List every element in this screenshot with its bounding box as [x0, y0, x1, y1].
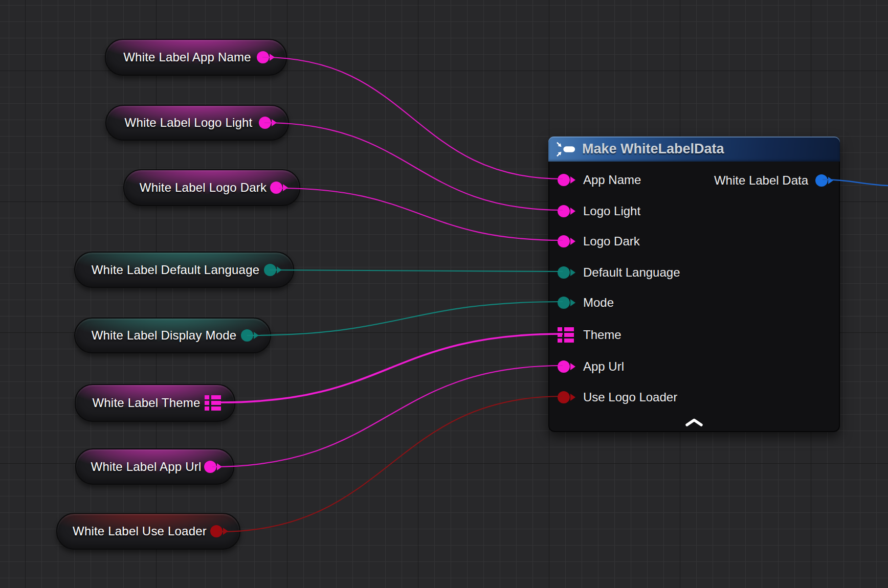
getter-node-logo-dark[interactable]: White Label Logo Dark: [123, 169, 300, 206]
wire-app-name[interactable]: [262, 57, 563, 179]
blueprint-graph-canvas[interactable]: White Label App Name White Label Logo Li…: [0, 0, 888, 588]
getter-node-app-name[interactable]: White Label App Name: [105, 39, 287, 76]
pin-row-mode: Mode: [558, 292, 614, 313]
getter-label: White Label Logo Dark: [130, 180, 293, 195]
input-pin-enum[interactable]: [558, 266, 570, 279]
wire-display-mode[interactable]: [247, 302, 563, 335]
collapse-node-button[interactable]: [683, 417, 705, 428]
output-pin-bool[interactable]: [210, 525, 223, 537]
pin-label: Default Language: [583, 265, 680, 280]
input-pin-string[interactable]: [558, 174, 570, 186]
getter-node-use-loader[interactable]: White Label Use Loader: [56, 513, 240, 550]
wire-theme[interactable]: [221, 334, 563, 402]
pin-label: Use Logo Loader: [583, 390, 677, 404]
getter-node-theme[interactable]: White Label Theme: [75, 384, 235, 422]
wire-default-language[interactable]: [270, 270, 563, 272]
getter-node-app-url[interactable]: White Label App Url: [75, 448, 234, 485]
getter-label: White Label Use Loader: [63, 524, 233, 538]
pin-label: White Label Data: [714, 173, 808, 188]
node-title: Make WhiteLabelData: [582, 141, 724, 157]
input-pin-bool[interactable]: [558, 391, 570, 403]
pin-row-app-name: App Name: [558, 170, 641, 190]
chevron-up-icon: [684, 418, 704, 426]
getter-node-logo-light[interactable]: White Label Logo Light: [105, 105, 289, 141]
wire-use-loader[interactable]: [218, 396, 563, 532]
output-pin-string[interactable]: [270, 182, 282, 194]
getter-label: White Label Default Language: [82, 263, 286, 277]
pin-row-default-language: Default Language: [558, 262, 680, 283]
pin-label: App Name: [583, 173, 641, 187]
pin-label: Logo Dark: [583, 234, 640, 248]
output-pin-struct[interactable]: [815, 174, 828, 187]
output-pin-string[interactable]: [204, 461, 216, 473]
input-pin-enum[interactable]: [558, 297, 570, 309]
wire-logo-dark[interactable]: [279, 188, 563, 240]
getter-label: White Label Logo Light: [116, 116, 279, 130]
input-pin-string[interactable]: [558, 235, 570, 247]
output-pin-string[interactable]: [259, 117, 271, 129]
getter-label: White Label Display Mode: [82, 328, 263, 343]
getter-node-default-language[interactable]: White Label Default Language: [74, 252, 294, 288]
make-struct-icon: [557, 142, 576, 157]
getter-node-display-mode[interactable]: White Label Display Mode: [74, 318, 271, 353]
output-pin-string[interactable]: [257, 51, 269, 63]
pin-row-logo-light: Logo Light: [558, 201, 640, 221]
pin-row-use-logo-loader: Use Logo Loader: [558, 387, 677, 408]
pin-label: Theme: [583, 328, 621, 342]
pin-label: App Url: [583, 359, 624, 374]
pin-label: Logo Light: [583, 204, 640, 218]
wire-app-url[interactable]: [212, 366, 563, 467]
node-header[interactable]: Make WhiteLabelData: [548, 137, 840, 162]
output-pin-enum[interactable]: [241, 329, 253, 342]
pin-row-theme: Theme: [558, 325, 621, 345]
output-pin-enum[interactable]: [264, 264, 276, 276]
struct-grid-icon[interactable]: [205, 395, 221, 411]
input-pin-string[interactable]: [558, 205, 570, 217]
pin-row-white-label-data: White Label Data: [714, 170, 828, 191]
struct-grid-icon[interactable]: [558, 327, 574, 343]
getter-label: White Label App Name: [114, 50, 277, 64]
input-pin-string[interactable]: [558, 360, 570, 373]
wire-logo-light[interactable]: [264, 123, 563, 210]
pin-row-logo-dark: Logo Dark: [558, 231, 640, 252]
pin-label: Mode: [583, 296, 614, 310]
pin-row-app-url: App Url: [558, 356, 624, 377]
make-whitelabeldata-node[interactable]: Make WhiteLabelData App Name Logo Light …: [548, 137, 840, 432]
